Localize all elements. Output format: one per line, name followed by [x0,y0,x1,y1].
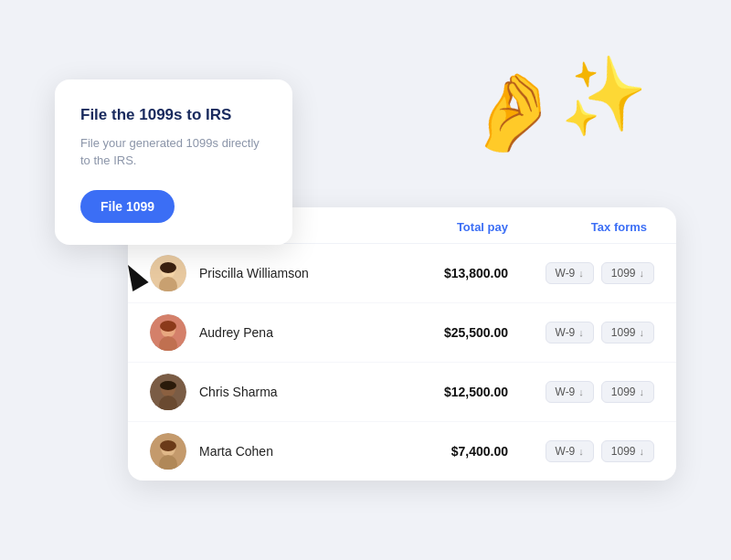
table-row: Marta Cohen $7,400.00 W-9 ↓ 1099 ↓ [128,422,676,481]
col-pay-header: Total pay [389,220,508,234]
download-icon: ↓ [640,446,645,457]
col-forms-header: Tax forms [508,220,654,234]
svg-point-2 [160,262,176,273]
w9-badge-button[interactable]: W-9 ↓ [546,262,594,284]
svg-point-6 [160,321,176,332]
download-icon: ↓ [578,268,584,279]
person-pay: $25,500.00 [389,325,508,340]
w9-badge-button[interactable]: W-9 ↓ [546,381,594,403]
1099-badge-button[interactable]: 1099 ↓ [601,381,654,403]
table-row: Priscilla Williamson $13,800.00 W-9 ↓ 10… [128,244,676,303]
1099-badge-button[interactable]: 1099 ↓ [601,440,654,462]
person-forms: W-9 ↓ 1099 ↓ [508,322,654,343]
w9-badge-button[interactable]: W-9 ↓ [546,322,594,343]
svg-point-14 [160,440,176,451]
table-body: Priscilla Williamson $13,800.00 W-9 ↓ 10… [128,244,676,481]
person-pay: $12,500.00 [389,385,508,399]
download-icon: ↓ [578,327,584,338]
download-icon: ↓ [640,268,645,279]
download-icon: ↓ [640,327,645,338]
person-forms: W-9 ↓ 1099 ↓ [508,381,654,403]
download-icon: ↓ [578,446,584,457]
person-name: Audrey Pena [199,325,389,340]
snap-emoji: 🤌✨ [460,46,654,162]
avatar [150,255,186,291]
avatar [150,433,186,470]
people-table-card: Total pay Tax forms Priscilla Williamson… [128,207,676,481]
table-row: Audrey Pena $25,500.00 W-9 ↓ 1099 ↓ [128,303,676,363]
person-name: Marta Cohen [199,444,389,459]
file-card: File the 1099s to IRS File your generate… [55,79,292,245]
1099-badge-button[interactable]: 1099 ↓ [601,262,654,284]
file-1099-button[interactable]: File 1099 [80,190,175,223]
file-card-description: File your generated 1099s directly to th… [80,134,267,170]
person-forms: W-9 ↓ 1099 ↓ [508,262,654,284]
person-pay: $7,400.00 [389,444,508,459]
w9-badge-button[interactable]: W-9 ↓ [546,440,594,462]
svg-point-10 [160,381,176,390]
download-icon: ↓ [640,386,645,397]
table-row: Chris Sharma $12,500.00 W-9 ↓ 1099 ↓ [128,363,676,422]
avatar [150,374,186,410]
person-pay: $13,800.00 [389,266,508,280]
avatar [150,314,186,351]
person-name: Chris Sharma [199,385,389,399]
1099-badge-button[interactable]: 1099 ↓ [601,322,654,343]
person-forms: W-9 ↓ 1099 ↓ [508,440,654,462]
file-card-title: File the 1099s to IRS [80,105,267,125]
person-name: Priscilla Williamson [199,266,389,280]
download-icon: ↓ [578,386,584,397]
